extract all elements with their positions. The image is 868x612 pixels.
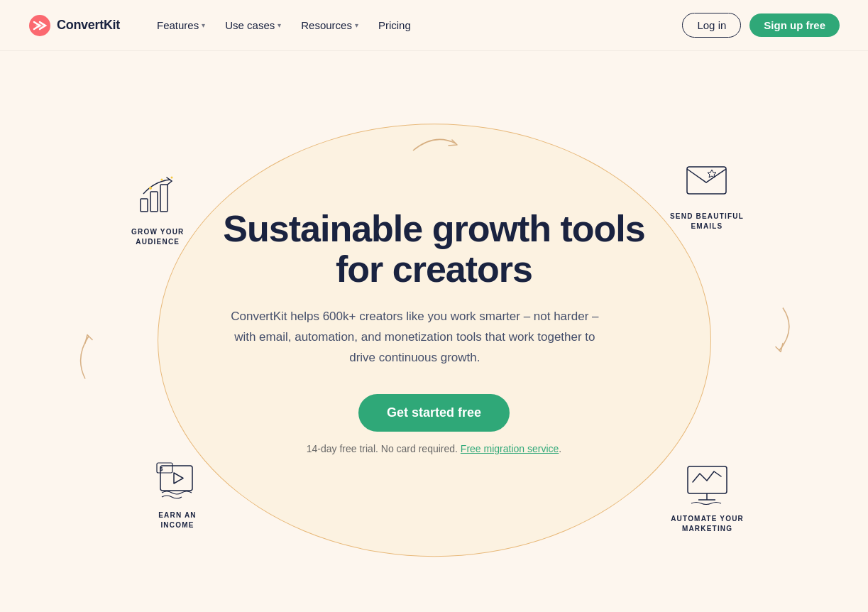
login-button[interactable]: Log in (682, 13, 741, 38)
logo-text: ConvertKit (57, 18, 120, 33)
svg-text:$: $ (160, 466, 163, 472)
logo-link[interactable]: ConvertKit (28, 14, 120, 37)
feature-email: SEND BEAUTIFUL EMAILS (670, 156, 744, 231)
nav-links: Features ▾ Use cases ▾ Resources ▾ Prici… (148, 13, 682, 37)
nav-resources[interactable]: Resources ▾ (292, 13, 367, 37)
earn-income-icon: $ (153, 455, 202, 505)
arrow-top-icon (406, 129, 463, 163)
svg-rect-2 (150, 192, 158, 212)
nav-actions: Log in Sign up free (682, 13, 840, 38)
nav-pricing[interactable]: Pricing (370, 13, 419, 37)
automate-icon (683, 459, 732, 508)
nav-features[interactable]: Features ▾ (148, 13, 214, 37)
migration-link[interactable]: Free migration service (461, 443, 559, 454)
automate-label: AUTOMATE YOUR MARKETING (671, 514, 744, 534)
svg-rect-8 (160, 466, 192, 491)
hero-content: Sustainable growth tools for creators Co… (223, 209, 644, 454)
arrow-right-icon (769, 301, 797, 363)
grow-label: GROW YOUR AUDIENCE (131, 227, 185, 247)
chevron-down-icon: ▾ (278, 21, 281, 29)
cta-button[interactable]: Get started free (358, 394, 510, 432)
send-email-icon (682, 156, 732, 206)
signup-button[interactable]: Sign up free (749, 13, 840, 37)
earn-label: EARN AN INCOME (158, 510, 197, 530)
hero-title: Sustainable growth tools for creators (223, 209, 644, 290)
svg-rect-3 (160, 185, 167, 212)
svg-point-4 (149, 187, 152, 190)
email-label: SEND BEAUTIFUL EMAILS (670, 212, 744, 231)
chevron-down-icon: ▾ (202, 21, 205, 29)
arrow-left-icon (71, 329, 99, 390)
grow-audience-icon (133, 172, 182, 222)
chevron-down-icon: ▾ (355, 21, 358, 29)
navbar: ConvertKit Features ▾ Use cases ▾ Resour… (0, 0, 868, 51)
hero-note: 14-day free trial. No card required. Fre… (223, 443, 644, 454)
logo-icon (28, 14, 51, 37)
hero-subtitle: ConvertKit helps 600k+ creators like you… (223, 307, 606, 368)
nav-use-cases[interactable]: Use cases ▾ (216, 13, 290, 37)
svg-rect-7 (687, 167, 726, 194)
svg-point-5 (160, 178, 163, 180)
feature-automate: AUTOMATE YOUR MARKETING (671, 459, 744, 534)
svg-rect-1 (141, 199, 148, 212)
svg-point-6 (170, 176, 172, 178)
feature-earn: $ EARN AN INCOME (153, 455, 202, 530)
feature-grow: GROW YOUR AUDIENCE (131, 172, 185, 247)
hero-section: GROW YOUR AUDIENCE SEND BEAUTIFUL EMAILS (0, 51, 868, 612)
